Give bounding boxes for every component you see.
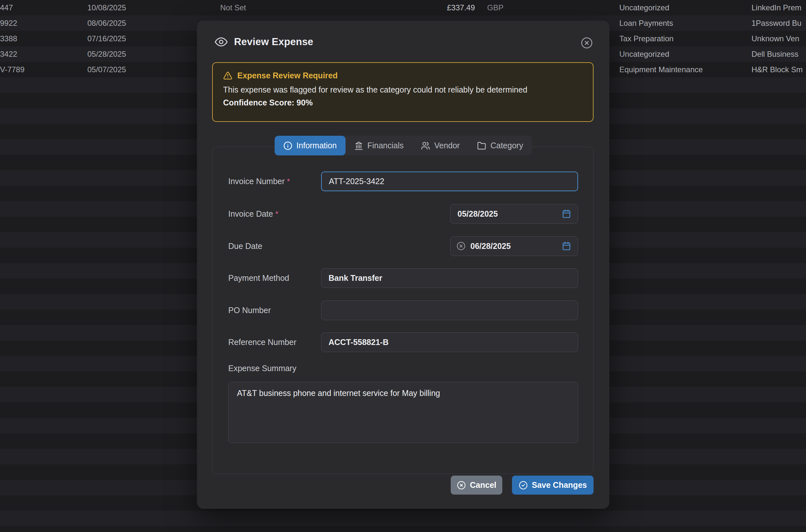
due-date-label: Due Date: [228, 236, 263, 256]
check-circle-icon: [519, 481, 528, 490]
eye-icon: [215, 36, 228, 49]
row-category: Loan Payments: [619, 16, 673, 31]
row-date: 10/08/2025: [88, 0, 126, 16]
tab-label: Financials: [367, 141, 404, 150]
invoice-number-input[interactable]: [321, 172, 578, 191]
required-asterisk: *: [275, 210, 278, 218]
warning-message: This expense was flagged for review as t…: [223, 85, 582, 94]
row-amount: £337.49: [404, 0, 475, 16]
folder-icon: [477, 141, 486, 150]
po-number-input[interactable]: [321, 301, 578, 320]
reference-number-label: Reference Number: [228, 332, 296, 352]
po-number-label: PO Number: [228, 301, 271, 320]
row-vendor: Unknown Ven: [751, 31, 799, 46]
row-category: Uncategorized: [619, 46, 669, 62]
cancel-circle-x-icon: [457, 481, 466, 490]
invoice-date-input[interactable]: [450, 204, 578, 224]
required-asterisk: *: [287, 177, 290, 186]
bank-icon: [354, 141, 363, 150]
warning-triangle-icon: [223, 71, 232, 80]
row-date: 08/06/2025: [88, 16, 126, 31]
warning-title-row: Expense Review Required: [223, 71, 582, 80]
tab-information[interactable]: Information: [274, 136, 345, 155]
row-currency: GBP: [487, 0, 504, 16]
row-id: 3388: [0, 31, 17, 46]
information-form: Invoice Number* Invoice Date* Due Date: [212, 147, 594, 474]
row-vendor: H&R Block Sm: [751, 62, 803, 77]
row-category: Uncategorized: [619, 0, 669, 16]
reference-number-input[interactable]: [321, 332, 578, 352]
table-row[interactable]: 447 10/08/2025 Not Set £337.49 GBP Uncat…: [0, 0, 806, 16]
row-category: Equipment Maintenance: [619, 62, 703, 77]
save-label: Save Changes: [532, 480, 587, 490]
invoice-number-label: Invoice Number*: [228, 172, 290, 191]
confidence-score: Confidence Score: 90%: [223, 98, 582, 107]
calendar-icon[interactable]: [562, 209, 571, 218]
tab-vendor[interactable]: Vendor: [412, 136, 468, 155]
expense-summary-label: Expense Summary: [228, 362, 296, 375]
row-id: 3422: [0, 46, 17, 62]
users-icon: [421, 141, 430, 150]
close-button[interactable]: [581, 37, 593, 49]
tab-label: Information: [296, 141, 337, 150]
row-status: Not Set: [220, 0, 246, 16]
review-warning-banner: Expense Review Required This expense was…: [212, 62, 594, 122]
tab-label: Category: [491, 141, 523, 150]
dialog-header: Review Expense: [215, 36, 313, 49]
row-vendor: Dell Business: [751, 46, 798, 62]
row-date: 07/16/2025: [88, 31, 126, 46]
row-id: V-7789: [0, 62, 24, 77]
row-vendor: LinkedIn Prem: [751, 0, 802, 16]
row-category: Tax Preparation: [619, 31, 673, 46]
payment-method-input[interactable]: [321, 268, 578, 288]
info-icon: [283, 141, 292, 150]
row-id: 9922: [0, 16, 17, 31]
tab-category[interactable]: Category: [468, 136, 532, 155]
dialog-title: Review Expense: [234, 36, 313, 48]
cancel-button[interactable]: Cancel: [451, 476, 502, 495]
calendar-icon[interactable]: [562, 242, 571, 250]
tab-financials[interactable]: Financials: [345, 136, 412, 155]
row-date: 05/07/2025: [88, 62, 126, 77]
payment-method-label: Payment Method: [228, 268, 289, 288]
row-date: 05/28/2025: [88, 46, 126, 62]
save-changes-button[interactable]: Save Changes: [512, 476, 594, 495]
close-icon: [581, 37, 593, 49]
review-expense-dialog: Review Expense Expense Review Required T…: [197, 21, 609, 509]
tab-label: Vendor: [434, 141, 460, 150]
row-id: 447: [0, 0, 13, 16]
warning-title: Expense Review Required: [237, 71, 338, 80]
row-vendor: 1Password Bu: [751, 16, 802, 31]
expense-summary-textarea[interactable]: AT&T business phone and internet service…: [228, 382, 578, 443]
invoice-date-label: Invoice Date*: [228, 204, 278, 224]
cancel-label: Cancel: [470, 480, 497, 490]
due-date-input[interactable]: [450, 236, 578, 256]
dialog-tabs: Information Financials Vendor Category: [274, 136, 532, 155]
clear-date-icon[interactable]: [457, 242, 465, 250]
